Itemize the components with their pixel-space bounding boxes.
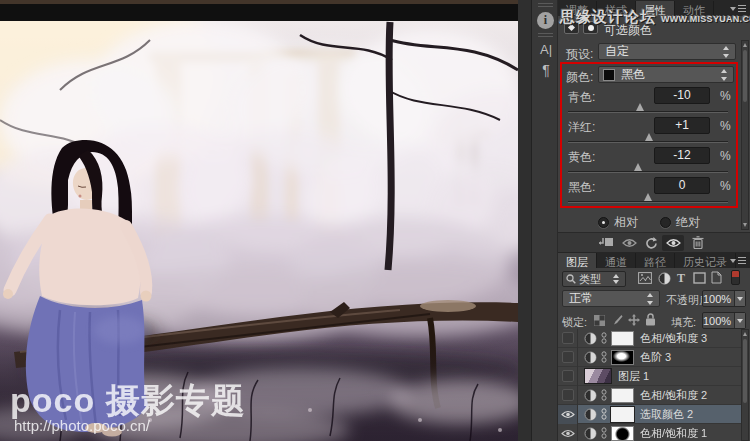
layer-thumbnail[interactable] <box>584 368 612 384</box>
mask-link-icon[interactable] <box>601 427 607 439</box>
layer-mask-thumbnail[interactable] <box>611 331 634 346</box>
layer-row-hue-saturation-1[interactable]: 色相/饱和度 1 <box>558 424 741 441</box>
layers-panel: 类型 T 正常 不透明度: 100% <box>558 268 750 441</box>
layer-row-levels-3[interactable]: 色阶 3 <box>558 348 741 367</box>
color-label: 颜色: <box>566 69 593 86</box>
layer-row-layer-1[interactable]: 图层 1 <box>558 367 741 386</box>
filter-type-layers-icon[interactable]: T <box>677 271 685 286</box>
scrollbar-thumb[interactable] <box>743 50 747 102</box>
filter-smart-object-icon[interactable] <box>711 271 722 284</box>
updown-arrows-icon <box>719 69 730 81</box>
delete-trash-button[interactable] <box>692 236 704 249</box>
cyan-label: 青色: <box>568 89 595 106</box>
black-slider[interactable] <box>568 201 728 203</box>
fill-combobox[interactable]: 100% <box>702 312 746 329</box>
magenta-unit: % <box>720 119 731 133</box>
filter-shape-layers-icon[interactable] <box>693 272 706 284</box>
visibility-well[interactable] <box>558 386 578 405</box>
yellow-slider[interactable] <box>568 171 728 173</box>
panel-title: 可选颜色 <box>604 22 652 39</box>
blend-mode-dropdown[interactable]: 正常 <box>562 290 660 307</box>
layer-mask-thumbnail[interactable] <box>611 426 634 441</box>
reset-undo-button[interactable] <box>644 237 657 249</box>
filter-kind-dropdown[interactable]: 类型 <box>562 271 626 287</box>
magenta-slider[interactable] <box>568 141 728 143</box>
cyan-slider[interactable] <box>568 111 728 113</box>
lock-all-padlock-icon[interactable] <box>645 313 656 326</box>
visibility-well[interactable] <box>558 329 578 348</box>
photoshop-window: poco 摄影专题 http://photo.poco.cn/ i A| ¶ 调… <box>0 0 750 441</box>
properties-scrollbar[interactable] <box>741 40 749 230</box>
info-panel-icon[interactable]: i <box>537 12 554 29</box>
layer-row-hue-saturation-2[interactable]: 色相/饱和度 2 <box>558 386 741 405</box>
dropdown-arrow-icon[interactable] <box>734 291 745 306</box>
black-slider-thumb[interactable] <box>644 193 652 201</box>
document-canvas[interactable]: poco 摄影专题 http://photo.poco.cn/ <box>0 0 531 441</box>
adjustment-layer-icon <box>584 408 597 421</box>
poco-watermark: poco 摄影专题 <box>10 381 246 419</box>
selective-color-badge-icon <box>564 21 579 34</box>
mask-link-icon[interactable] <box>601 332 607 344</box>
absolute-radio[interactable]: 绝对 <box>660 214 700 231</box>
cyan-slider-thumb[interactable] <box>636 103 644 111</box>
clip-to-layer-button[interactable] <box>598 237 614 249</box>
layer-name: 图层 1 <box>618 369 649 384</box>
scroll-down-arrow[interactable] <box>743 223 747 227</box>
visibility-well[interactable] <box>558 405 578 424</box>
lock-position-move-icon[interactable] <box>628 314 640 326</box>
panel-menu-icon[interactable] <box>730 256 746 265</box>
paragraph-panel-icon[interactable]: ¶ <box>539 62 553 78</box>
layer-visibility-eye-button[interactable] <box>662 235 684 251</box>
layers-scrollbar[interactable] <box>741 329 749 441</box>
relative-radio[interactable]: 相对 <box>598 214 638 231</box>
magenta-slider-thumb[interactable] <box>645 133 653 141</box>
adjustment-layer-icon <box>584 389 597 402</box>
eye-icon <box>561 410 575 419</box>
yellow-unit: % <box>720 149 731 163</box>
cyan-unit: % <box>720 89 731 103</box>
yellow-slider-thumb[interactable] <box>634 163 642 171</box>
yellow-value[interactable]: -12 <box>654 147 710 164</box>
dropdown-arrow-icon[interactable] <box>734 313 745 328</box>
yellow-label: 黄色: <box>568 149 595 166</box>
dock-drag-handle[interactable] <box>538 3 553 4</box>
properties-bottom-bar <box>558 232 750 252</box>
preset-dropdown[interactable]: 自定 <box>598 43 736 60</box>
filter-toggle-switch[interactable] <box>731 270 740 285</box>
layer-name: 选取颜色 2 <box>640 407 693 422</box>
updown-arrows-icon <box>645 293 656 305</box>
opacity-combobox[interactable]: 100% <box>702 290 746 307</box>
visibility-well[interactable] <box>558 424 578 441</box>
preset-label: 预设: <box>566 46 593 63</box>
visibility-well[interactable] <box>558 367 578 386</box>
filter-adjustment-layers-icon[interactable] <box>658 272 671 285</box>
scrollbar-thumb[interactable] <box>743 339 747 403</box>
black-value[interactable]: 0 <box>654 177 710 194</box>
mask-link-icon[interactable] <box>601 389 607 401</box>
scroll-up-arrow[interactable] <box>743 332 747 336</box>
scroll-up-arrow[interactable] <box>743 43 747 47</box>
lock-image-pixels-brush-icon[interactable] <box>611 314 623 326</box>
cyan-value[interactable]: -10 <box>654 87 710 104</box>
layer-row-selective-color-2-selected[interactable]: 选取颜色 2 <box>558 405 741 424</box>
color-dropdown[interactable]: 黑色 <box>598 66 734 83</box>
visibility-well[interactable] <box>558 348 578 367</box>
mask-link-icon[interactable] <box>601 408 607 420</box>
layer-mask-thumbnail-selected[interactable] <box>611 407 634 422</box>
lock-transparent-pixels-icon[interactable] <box>594 315 605 326</box>
updown-arrows-icon <box>721 46 732 58</box>
layer-mask-thumbnail[interactable] <box>611 350 634 365</box>
filter-pixel-layers-icon[interactable] <box>638 272 652 284</box>
layer-mask-thumbnail[interactable] <box>611 388 634 403</box>
black-label: 黑色: <box>568 179 595 196</box>
adjustment-layer-icon <box>584 351 597 364</box>
magenta-value[interactable]: +1 <box>654 117 710 134</box>
updown-arrows-icon <box>611 274 622 284</box>
layer-row-hue-saturation-3[interactable]: 色相/饱和度 3 <box>558 329 741 348</box>
panel-menu-icon[interactable] <box>730 4 746 13</box>
mask-link-icon[interactable] <box>601 351 607 363</box>
search-icon <box>566 274 576 284</box>
character-panel-icon[interactable]: A| <box>537 42 555 58</box>
properties-tabbar: 调整样式属性动作 <box>558 0 750 16</box>
view-previous-state-eye-icon[interactable] <box>622 238 637 248</box>
